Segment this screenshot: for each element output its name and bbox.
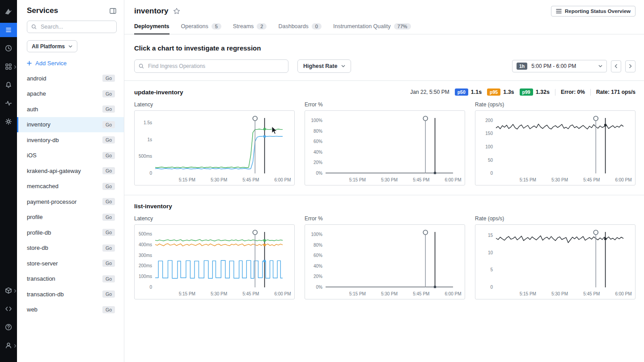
time-range-selector[interactable]: 1h 5:00 PM - 6:00 PM xyxy=(512,60,607,72)
update-inventory-error-chart[interactable]: 0%20%40%60%80%100%5:15 PM5:30 PM5:45 PM6… xyxy=(305,110,465,185)
service-name: web xyxy=(27,306,38,313)
svg-text:5:15 PM: 5:15 PM xyxy=(179,177,195,182)
tab-instrumentation-quality[interactable]: Instrumentation Quality 77% xyxy=(333,19,411,34)
svg-text:300ms: 300ms xyxy=(139,253,152,258)
service-name: auth xyxy=(27,106,38,113)
svg-text:60%: 60% xyxy=(314,253,322,258)
packages-icon[interactable] xyxy=(0,283,17,298)
platform-badge: Go xyxy=(102,290,115,298)
sidebar-service-transaction-db[interactable]: transaction-dbGo xyxy=(17,286,124,302)
page-title: inventory xyxy=(134,7,169,16)
svg-text:6:00 PM: 6:00 PM xyxy=(274,291,291,296)
svg-text:1.5s: 1.5s xyxy=(144,120,152,125)
list-inventory-latency-chart[interactable]: 0100ms200ms300ms400ms500ms5:15 PM5:30 PM… xyxy=(134,224,295,299)
update-inventory-latency-chart[interactable]: 0500ms1s1.5s5:15 PM5:30 PM5:45 PM6:00 PM xyxy=(134,110,295,185)
platform-filter-dropdown[interactable]: All Platforms xyxy=(27,40,77,52)
sidebar-service-apache[interactable]: apacheGo xyxy=(17,86,124,102)
chart-label: Latency xyxy=(134,215,295,222)
sidebar-title: Services xyxy=(27,6,58,15)
chevron-down-icon xyxy=(598,65,602,67)
history-icon[interactable] xyxy=(0,41,17,55)
service-name: profile-db xyxy=(27,229,51,236)
apps-grid-icon[interactable] xyxy=(0,59,17,74)
svg-text:100%: 100% xyxy=(311,232,322,237)
services-list-icon[interactable] xyxy=(0,23,17,37)
chart-label: Latency xyxy=(134,101,295,108)
tab-dashboards[interactable]: Dashboards 0 xyxy=(278,19,322,34)
sort-dropdown[interactable]: Highest Rate xyxy=(297,59,351,73)
divider xyxy=(555,89,555,96)
sidebar-service-store-db[interactable]: store-dbGo xyxy=(17,240,124,256)
tab-streams[interactable]: Streams 2 xyxy=(233,19,267,34)
time-prev-button[interactable] xyxy=(611,60,621,72)
service-name: memcached xyxy=(27,183,59,189)
add-service-button[interactable]: Add Service xyxy=(27,60,114,67)
sidebar-service-profile[interactable]: profileGo xyxy=(17,210,124,225)
settings-gear-icon[interactable] xyxy=(0,114,17,129)
svg-text:5:45 PM: 5:45 PM xyxy=(413,291,429,296)
sidebar-service-krakend-api-gateway[interactable]: krakend-api-gatewayGo xyxy=(17,163,124,179)
reporting-status-button[interactable]: Reporting Status Overview xyxy=(551,6,636,17)
notifications-bell-icon[interactable] xyxy=(0,78,17,92)
main-content: inventory Reporting Status Overview Depl… xyxy=(124,0,644,362)
sidebar-search-input[interactable] xyxy=(27,21,117,33)
sidebar-service-store-server[interactable]: store-serverGo xyxy=(17,256,124,271)
tab-bar: Deployments Operations 5 Streams 2 Dashb… xyxy=(124,19,644,34)
sidebar-service-memcached[interactable]: memcachedGo xyxy=(17,179,124,194)
tab-deployments[interactable]: Deployments xyxy=(134,19,169,34)
list-inventory-rate-chart[interactable]: 0510155:15 PM5:30 PM5:45 PM6:00 PM xyxy=(475,224,636,299)
tab-operations[interactable]: Operations 5 xyxy=(181,19,221,34)
chevron-left-icon xyxy=(614,64,618,68)
time-next-button[interactable] xyxy=(625,60,636,72)
svg-text:40%: 40% xyxy=(314,264,322,269)
chevron-down-icon xyxy=(68,45,72,48)
code-icon[interactable] xyxy=(0,302,17,316)
find-operations-input[interactable] xyxy=(134,59,288,73)
svg-text:400ms: 400ms xyxy=(139,242,152,247)
platform-badge: Go xyxy=(102,105,115,113)
sidebar-collapse-icon[interactable] xyxy=(109,7,117,15)
update-inventory-rate-chart[interactable]: 0501001502005:15 PM5:30 PM5:45 PM6:00 PM xyxy=(475,110,636,185)
report-list-icon xyxy=(556,8,562,14)
list-inventory-error-chart[interactable]: 0%20%40%60%80%100%5:15 PM5:30 PM5:45 PM6… xyxy=(305,224,465,299)
svg-text:15: 15 xyxy=(488,233,493,238)
chart-toolbar: Highest Rate 1h 5:00 PM - 6:00 PM xyxy=(124,52,644,80)
search-icon xyxy=(138,63,144,71)
time-range-text: 5:00 PM - 6:00 PM xyxy=(531,63,576,69)
section-list-inventory: list-inventory Latency 0100ms200ms300ms4… xyxy=(124,195,644,309)
chart-label: Rate (ops/s) xyxy=(475,101,636,108)
sidebar-service-iOS[interactable]: iOSGo xyxy=(17,148,124,164)
platform-badge: Go xyxy=(102,75,115,82)
sidebar-service-auth[interactable]: authGo xyxy=(17,101,124,117)
svg-text:5:30 PM: 5:30 PM xyxy=(381,177,398,182)
svg-text:0%: 0% xyxy=(316,171,323,176)
svg-text:5:30 PM: 5:30 PM xyxy=(551,291,568,296)
svg-text:0%: 0% xyxy=(316,285,323,290)
sidebar-service-inventory[interactable]: inventoryGo xyxy=(17,117,124,133)
help-icon[interactable] xyxy=(0,320,17,334)
sidebar-service-payment-processor[interactable]: payment-processorGo xyxy=(17,194,124,210)
sidebar-service-profile-db[interactable]: profile-dbGo xyxy=(17,225,124,240)
sidebar-service-web[interactable]: webGo xyxy=(17,302,124,318)
sidebar-service-android[interactable]: androidGo xyxy=(17,71,124,86)
service-name: android xyxy=(27,75,46,82)
svg-text:0: 0 xyxy=(149,171,152,176)
svg-text:200: 200 xyxy=(485,118,493,123)
platform-badge: Go xyxy=(102,260,115,267)
svg-text:0: 0 xyxy=(490,285,493,290)
app-logo xyxy=(0,4,17,19)
platform-badge: Go xyxy=(102,244,115,252)
service-name: payment-processor xyxy=(27,198,76,205)
chart-label: Rate (ops/s) xyxy=(475,215,636,222)
svg-text:200ms: 200ms xyxy=(139,263,152,268)
platform-badge: Go xyxy=(102,167,115,174)
platform-badge: Go xyxy=(102,136,115,143)
svg-text:50: 50 xyxy=(488,158,493,163)
svg-text:5:30 PM: 5:30 PM xyxy=(211,177,227,182)
sidebar-service-transaction[interactable]: transactionGo xyxy=(17,271,124,287)
favorite-star-icon[interactable] xyxy=(173,8,180,15)
activity-pulse-icon[interactable] xyxy=(0,96,17,110)
account-icon[interactable] xyxy=(0,338,17,353)
service-name: transaction-db xyxy=(27,291,64,298)
sidebar-service-inventory-db[interactable]: inventory-dbGo xyxy=(17,132,124,148)
